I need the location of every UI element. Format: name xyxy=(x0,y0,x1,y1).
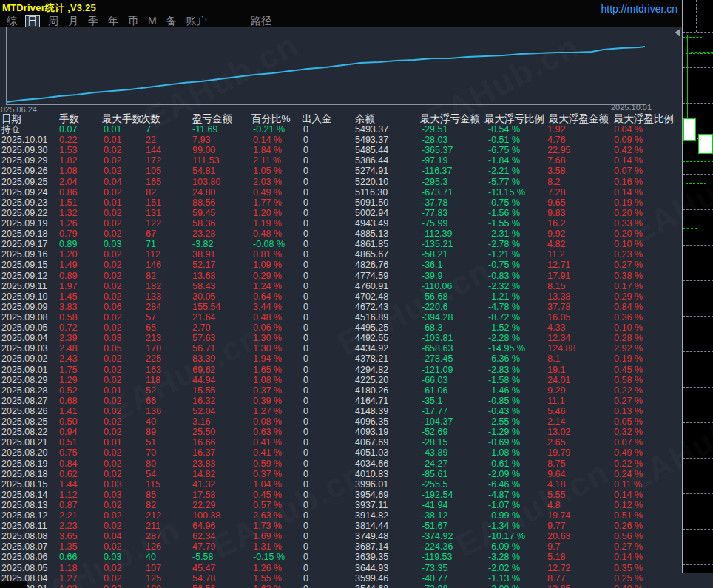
cell-最大浮盈金额: 1.92 xyxy=(547,124,565,135)
grid-line xyxy=(683,174,713,175)
cell-最大浮盈金额: 11.1 xyxy=(547,396,564,406)
menu-item-季[interactable]: 季 xyxy=(87,16,100,27)
cell-最大浮盈比例: 0.24 % xyxy=(614,469,643,479)
table-body: 持仓0.070.017-11.69-0.21 %05493.37-29.51-0… xyxy=(0,124,682,588)
cell-最大浮亏比例: -2.21 % xyxy=(488,166,520,176)
cell-次数: 180 xyxy=(146,584,161,588)
market-chart-strip xyxy=(682,0,713,573)
table-header-row: 日期手数最大手数次数盈亏金额百分比%出入金余额最大浮亏金额最大浮亏比例最大浮盈金… xyxy=(0,112,682,124)
cell-出入金: 0 xyxy=(303,281,308,291)
table-row: 2025.09.151.490.0214652.171.09 %04826.76… xyxy=(0,260,682,270)
cell-最大手数: 0.02 xyxy=(104,365,121,375)
cell-百分比%: 1.05 % xyxy=(253,166,282,176)
cell-最大浮亏比例: -1.56 % xyxy=(488,208,520,218)
cell-最大浮盈比例: 0.10 % xyxy=(614,322,643,333)
cell-最大浮亏比例: -10.17 % xyxy=(488,531,525,541)
cell-日期: 2025.09.11 xyxy=(1,281,47,291)
menu-item-币[interactable]: 币 xyxy=(126,16,140,27)
cell-余额: 3544.68 xyxy=(355,584,388,588)
menu-item-账户[interactable]: 账户 xyxy=(185,16,209,27)
cell-百分比%: 1.69 % xyxy=(253,531,282,541)
cell-次数: 131 xyxy=(146,208,161,218)
cell-日期: 2025.09.05 xyxy=(1,322,48,333)
cell-盈亏金额: 14.82 xyxy=(192,469,215,479)
menu-item-综[interactable]: 综 xyxy=(5,16,18,27)
cell-手数: 0.62 xyxy=(59,469,77,479)
cell-出入金: 0 xyxy=(303,573,308,584)
cell-次数: 89 xyxy=(146,427,156,437)
cell-最大浮亏金额: -295.3 xyxy=(422,177,447,187)
cell-日期: 2025.09.16 xyxy=(1,249,48,260)
cell-百分比%: -0.08 % xyxy=(253,239,285,249)
table-row: 2025.08.141.120.038517.580.45 %03954.69-… xyxy=(0,490,682,500)
cell-出入金: 0 xyxy=(303,333,308,343)
cell-次数: 144 xyxy=(146,145,161,155)
cell-次数: 52 xyxy=(146,385,156,396)
cell-盈亏金额: 15.55 xyxy=(192,385,215,396)
cell-盈亏金额: 62.34 xyxy=(192,531,215,541)
menu-item-路径[interactable]: 路径 xyxy=(249,16,273,27)
cell-最大浮亏比例: -2.78 % xyxy=(488,239,520,249)
cell-日期: 2025.09.26 xyxy=(1,166,48,176)
cell-最大浮亏金额: -66.03 xyxy=(422,375,447,385)
menu-item-备[interactable]: 备 xyxy=(165,16,178,27)
cell-盈亏金额: 103.80 xyxy=(192,177,220,187)
menu-item-M[interactable]: M xyxy=(146,16,158,27)
candle-body xyxy=(698,134,713,154)
cell-次数: 115 xyxy=(146,479,160,490)
cell-最大浮亏比例: -1.29 % xyxy=(488,427,520,437)
table-row: 2025.08.210.510.015116.660.41 %04067.69-… xyxy=(0,437,682,447)
grid-line xyxy=(683,422,713,423)
cell-最大手数: 0.01 xyxy=(104,124,121,135)
cell-最大浮盈金额: 4.18 xyxy=(547,479,565,490)
cell-余额: 4378.21 xyxy=(355,354,388,364)
vendor-url-link[interactable]: http://mtdriver.cn xyxy=(601,3,677,15)
cell-日期: 2025.09.19 xyxy=(1,218,48,229)
cell-出入金: 0 xyxy=(303,437,308,447)
cell-最大浮盈比例: 0.26 % xyxy=(614,521,643,531)
cell-出入金: 0 xyxy=(303,541,308,552)
cell-百分比%: 1.84 % xyxy=(253,145,282,155)
table-row: 持仓0.070.017-11.69-0.21 %05493.37-29.51-0… xyxy=(0,124,682,135)
cell-最大浮亏比例: -0.43 % xyxy=(488,406,520,416)
cell-最大浮亏金额: -37.78 xyxy=(422,197,447,208)
cell-次数: 213 xyxy=(146,333,161,343)
cell-次数: 105 xyxy=(146,166,161,176)
menu-item-日[interactable]: 日 xyxy=(25,15,40,27)
menu-item-年[interactable]: 年 xyxy=(107,16,120,27)
bottom-left-black-patch xyxy=(0,581,27,588)
grid-line xyxy=(683,351,713,352)
cell-最大浮亏金额: -40.77 xyxy=(422,573,447,584)
cell-次数: 107 xyxy=(146,563,161,573)
cell-最大浮盈金额: 17.91 xyxy=(547,271,570,281)
cell-手数: 2.48 xyxy=(59,343,77,354)
cell-盈亏金额: 57.63 xyxy=(192,333,215,343)
cell-最大手数: 0.02 xyxy=(104,447,121,458)
cell-次数: 40 xyxy=(146,552,156,562)
cell-盈亏金额: 111.53 xyxy=(192,155,219,166)
table-row: 2025.09.240.860.028224.800.49 %05116.30-… xyxy=(0,187,682,197)
cell-最大浮亏金额: -68.3 xyxy=(422,322,443,333)
cell-最大手数: 0.02 xyxy=(104,427,121,437)
cell-最大手数: 0.06 xyxy=(104,302,121,312)
cell-手数: 1.20 xyxy=(59,249,77,260)
cell-最大浮亏比例: -2.02 % xyxy=(488,563,520,573)
cell-百分比%: 0.41 % xyxy=(253,447,282,458)
cell-余额: 5493.37 xyxy=(355,135,388,145)
cell-最大浮亏比例: -2.28 % xyxy=(488,333,520,343)
menu-item-周[interactable]: 周 xyxy=(47,16,60,27)
cell-最大浮盈比例: 0.27 % xyxy=(614,541,643,552)
cell-最大浮盈比例: 0.17 % xyxy=(614,281,643,291)
cell-最大浮盈金额: 13.38 xyxy=(547,291,570,302)
cell-手数: 1.49 xyxy=(59,260,77,270)
cell-手数: 3.83 xyxy=(59,302,77,312)
menu-item-月[interactable]: 月 xyxy=(67,16,80,27)
cell-最大手数: 0.02 xyxy=(104,271,121,281)
cell-余额: 4225.20 xyxy=(355,375,388,385)
table-row: 2025.09.180.790.026723.280.48 %04885.13-… xyxy=(0,229,682,239)
cell-盈亏金额: 54.81 xyxy=(192,166,215,176)
cell-最大浮亏比例: -1.21 % xyxy=(488,249,520,260)
cell-次数: 70 xyxy=(146,447,156,458)
cell-余额: 4010.83 xyxy=(355,469,388,479)
cell-出入金: 0 xyxy=(303,218,308,229)
